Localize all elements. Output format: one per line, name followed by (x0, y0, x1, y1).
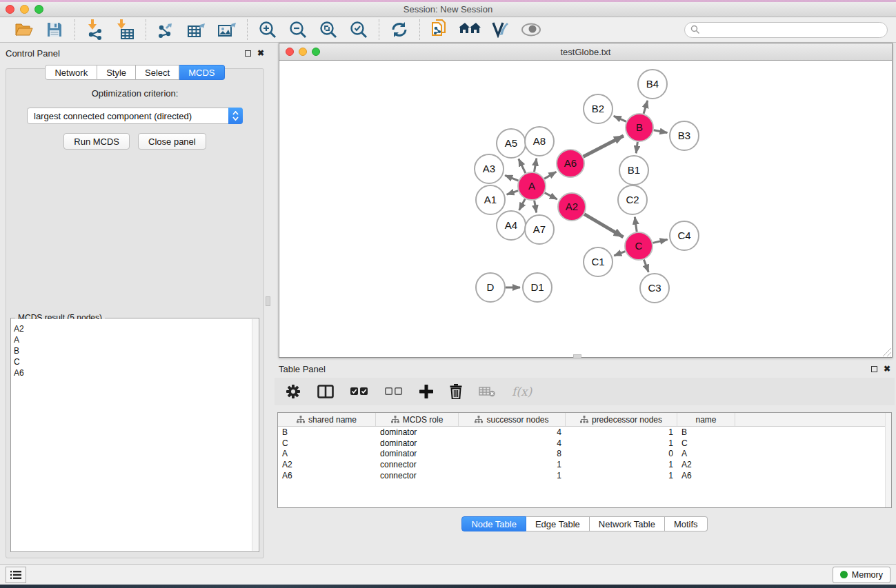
apply-layout-icon[interactable] (388, 19, 411, 40)
network-canvas[interactable]: AA1A2A3A4A5A6A7A8BB1B2B3B4CC1C2C3C4DD1 (279, 61, 892, 357)
close-table-panel-icon[interactable]: ✖ (884, 365, 890, 373)
graph-edge[interactable] (519, 199, 526, 210)
graph-edge[interactable] (544, 172, 556, 179)
column-header-predecessor-nodes[interactable]: predecessor nodes (566, 413, 677, 426)
graph-edge[interactable] (535, 159, 537, 172)
graph-edge[interactable] (519, 159, 526, 174)
vizmapper-pen-icon[interactable] (489, 19, 512, 40)
run-mcds-button[interactable]: Run MCDS (63, 133, 130, 150)
table-cell[interactable]: 1 (566, 427, 677, 437)
graph-edge[interactable] (545, 193, 557, 199)
table-cell[interactable]: 1 (459, 460, 566, 469)
table-cell[interactable]: A (677, 449, 735, 458)
column-header-name[interactable]: name (677, 413, 735, 426)
table-cell[interactable]: dominator (376, 449, 459, 458)
float-panel-icon[interactable] (245, 50, 251, 57)
table-cell[interactable]: B (278, 427, 376, 437)
graph-edge[interactable] (644, 101, 648, 114)
table-cell[interactable]: 4 (459, 427, 566, 437)
table-cell[interactable]: A6 (278, 471, 376, 480)
gear-icon[interactable] (286, 384, 301, 399)
delete-table-icon[interactable] (479, 386, 495, 397)
save-session-icon[interactable] (43, 19, 66, 40)
network-minimize-button[interactable] (299, 48, 307, 56)
result-item[interactable]: A2 (14, 323, 252, 334)
graph-edge[interactable] (635, 217, 637, 232)
mcds-result-list[interactable]: A2ABCA6 (12, 319, 252, 551)
criterion-dropdown[interactable]: largest connected component (directed) (27, 108, 243, 124)
splitter-handle-horizontal[interactable] (573, 354, 581, 358)
column-header-shared-name[interactable]: shared name (278, 413, 376, 426)
graph-edge[interactable] (636, 142, 637, 153)
result-item[interactable]: C (14, 356, 252, 367)
table-row[interactable]: A6connector11A6 (278, 470, 891, 481)
node-table-body[interactable]: Bdominator41BCdominator41CAdominator80AA… (278, 427, 891, 480)
tab-node-table[interactable]: Node Table (461, 516, 526, 531)
import-table-icon[interactable] (114, 19, 137, 40)
result-item[interactable]: B (14, 345, 252, 356)
table-cell[interactable]: 1 (459, 471, 566, 480)
table-cell[interactable]: A6 (677, 471, 735, 480)
table-cell[interactable]: 1 (566, 460, 677, 469)
column-header-mcds-role[interactable]: MCDS role (376, 413, 459, 426)
select-all-columns-icon[interactable] (350, 387, 368, 396)
tab-network-table[interactable]: Network Table (590, 516, 665, 531)
column-header-successor-nodes[interactable]: successor nodes (459, 413, 566, 426)
table-row[interactable]: Bdominator41B (278, 427, 891, 438)
tab-motifs[interactable]: Motifs (665, 516, 708, 531)
table-cell[interactable]: 0 (566, 449, 677, 458)
zoom-in-icon[interactable] (256, 19, 279, 40)
table-cell[interactable]: A2 (278, 460, 376, 469)
zoom-out-icon[interactable] (286, 19, 310, 40)
table-cell[interactable]: 1 (566, 471, 677, 480)
memory-button[interactable]: Memory (833, 567, 890, 583)
import-network-icon[interactable] (83, 19, 107, 40)
table-cell[interactable]: 4 (459, 438, 566, 448)
window-titlebar[interactable]: Session: New Session (0, 2, 896, 17)
table-cell[interactable]: C (677, 438, 735, 448)
table-cell[interactable]: C (278, 438, 376, 448)
graph-edge[interactable] (653, 240, 667, 243)
zoom-selected-icon[interactable] (347, 19, 370, 40)
tab-network[interactable]: Network (45, 65, 97, 80)
task-history-button[interactable] (6, 567, 26, 583)
table-row[interactable]: Cdominator41C (278, 438, 891, 449)
close-panel-button[interactable]: Close panel (138, 133, 206, 150)
graph-edge[interactable] (584, 136, 624, 156)
table-row[interactable]: A2connector11A2 (278, 459, 891, 470)
graph-edge[interactable] (614, 116, 626, 121)
table-cell[interactable]: dominator (376, 427, 459, 437)
splitter-handle-vertical[interactable] (266, 296, 270, 306)
unselect-all-columns-icon[interactable] (385, 387, 403, 396)
search-input[interactable] (684, 22, 888, 38)
zoom-fit-icon[interactable] (317, 19, 340, 40)
tab-style[interactable]: Style (97, 65, 136, 80)
table-cell[interactable]: B (677, 427, 735, 437)
close-window-button[interactable] (6, 5, 14, 14)
tab-edge-table[interactable]: Edge Table (526, 516, 590, 531)
ndex-home-icon[interactable] (459, 19, 482, 40)
table-cell[interactable]: 8 (459, 449, 566, 458)
table-cell[interactable]: A (278, 449, 376, 458)
export-table-icon[interactable] (185, 19, 208, 40)
network-zoom-button[interactable] (312, 48, 320, 56)
table-cell[interactable]: connector (376, 471, 459, 480)
graph-edge[interactable] (654, 130, 668, 133)
result-scrollbar[interactable] (252, 319, 258, 551)
split-columns-icon[interactable] (317, 385, 334, 398)
network-close-button[interactable] (286, 48, 294, 56)
delete-icon[interactable] (450, 384, 462, 399)
table-cell[interactable]: 1 (566, 438, 677, 448)
table-row[interactable]: Adominator80A (278, 448, 891, 459)
open-file-icon[interactable] (12, 19, 36, 40)
close-panel-icon[interactable]: ✖ (257, 49, 264, 57)
network-window-titlebar[interactable]: testGlobe.txt (279, 43, 892, 61)
result-item[interactable]: A6 (14, 367, 252, 378)
export-network-icon[interactable] (155, 19, 178, 40)
float-table-panel-icon[interactable] (871, 366, 877, 372)
tab-select[interactable]: Select (136, 65, 179, 80)
new-network-from-selection-icon[interactable] (428, 19, 452, 40)
table-cell[interactable]: dominator (376, 438, 459, 448)
result-item[interactable]: A (14, 334, 252, 345)
zoom-window-button[interactable] (34, 5, 43, 14)
